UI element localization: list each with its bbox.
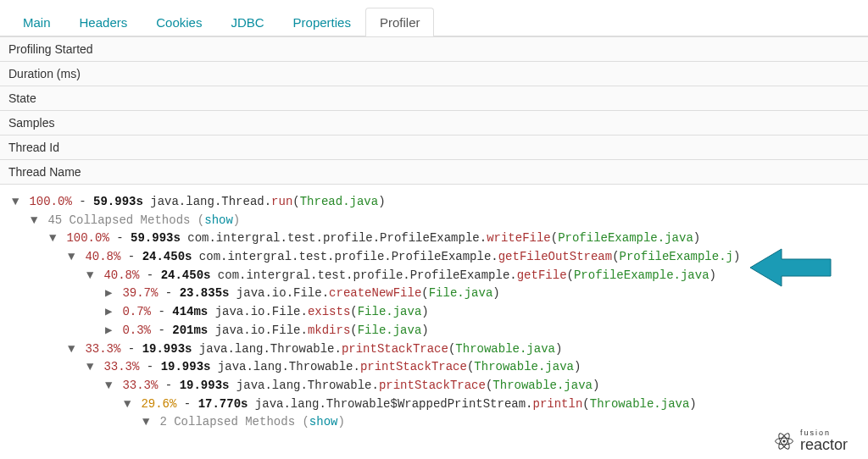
method-label: mkdirs xyxy=(308,324,350,337)
meta-label: State xyxy=(0,86,868,111)
method-label: getFileOutStream xyxy=(498,250,612,263)
tree-row[interactable]: ▶ 0.7% - 414ms java.io.File.exists(File.… xyxy=(105,303,863,322)
atom-icon xyxy=(773,430,795,452)
package-label: java.lang.Throwable. xyxy=(218,360,360,373)
chevron-down-icon[interactable]: ▼ xyxy=(105,377,115,395)
time-label: 17.770s xyxy=(198,397,248,411)
meta-row: Thread Id xyxy=(0,135,868,160)
file-label: Throwable.java xyxy=(492,379,593,392)
show-link[interactable]: show xyxy=(204,213,233,227)
tree-node: ▼ 33.3% - 19.993s java.lang.Throwable.pr… xyxy=(86,358,863,432)
meta-label: Thread Name xyxy=(0,160,868,185)
time-label: 414ms xyxy=(172,305,208,318)
tab-cookies[interactable]: Cookies xyxy=(142,8,216,36)
tree-node: ▼ 29.6% - 17.770s java.lang.Throwable$Wr… xyxy=(124,395,863,432)
meta-row: Profiling Started xyxy=(0,37,868,62)
tree-node: ▼ 40.8% - 24.450s com.intergral.test.pro… xyxy=(86,267,863,340)
tree-node: ▼ 33.3% - 19.993s java.lang.Throwable.pr… xyxy=(68,340,863,432)
tree-row[interactable]: ▼ 33.3% - 19.993s java.lang.Throwable.pr… xyxy=(86,358,863,377)
percent-label: 33.3% xyxy=(122,379,158,392)
file-label: ProfileExample.java xyxy=(558,231,693,245)
tree-node: ▶ 0.3% - 201ms java.io.File.mkdirs(File.… xyxy=(105,322,863,340)
tree-children: ▼ 40.8% - 24.450s com.intergral.test.pro… xyxy=(49,248,863,432)
collapsed-methods-label: 2 Collapsed Methods ( xyxy=(153,415,309,429)
chevron-down-icon[interactable]: ▼ xyxy=(12,193,22,212)
tree-row[interactable]: ▼ 100.0% - 59.993s com.intergral.test.pr… xyxy=(49,230,863,248)
tab-headers[interactable]: Headers xyxy=(65,8,142,36)
meta-label: Samples xyxy=(0,111,868,135)
time-label: 201ms xyxy=(172,324,208,337)
meta-label: Thread Id xyxy=(0,135,868,160)
percent-label: 0.7% xyxy=(122,305,151,318)
chevron-down-icon[interactable]: ▼ xyxy=(68,248,78,267)
tab-main[interactable]: Main xyxy=(8,8,65,36)
tree-node: ▼ 33.3% - 19.993s java.lang.Throwable.pr… xyxy=(105,377,863,432)
tree-row[interactable]: ▼ 40.8% - 24.450s com.intergral.test.pro… xyxy=(86,267,863,285)
tree-children: ▶ 39.7% - 23.835s java.io.File.createNew… xyxy=(86,285,863,340)
package-label: java.lang.Throwable$WrappedPrintStream. xyxy=(255,397,533,411)
package-label: com.intergral.test.profile.ProfileExampl… xyxy=(187,231,487,245)
meta-row: Duration (ms) xyxy=(0,62,868,86)
show-link[interactable]: show xyxy=(309,415,338,429)
time-label: 59.993s xyxy=(93,195,143,208)
tree-node: ▼ 100.0% - 59.993s com.intergral.test.pr… xyxy=(49,230,863,432)
method-label: createNewFile xyxy=(329,286,421,300)
tree-children: ▼ 33.3% - 19.993s java.lang.Throwable.pr… xyxy=(68,358,863,432)
time-label: 24.450s xyxy=(161,268,211,282)
tree-row[interactable]: ▼ 40.8% - 24.450s com.intergral.test.pro… xyxy=(68,248,863,267)
chevron-right-icon[interactable]: ▶ xyxy=(105,285,115,303)
tree-node: ▶ 0.7% - 414ms java.io.File.exists(File.… xyxy=(105,303,863,322)
method-label: printStackTrace xyxy=(379,379,486,392)
package-label: java.io.File. xyxy=(236,286,329,300)
tree-row[interactable]: ▶ 39.7% - 23.835s java.io.File.createNew… xyxy=(105,285,863,303)
time-label: 19.993s xyxy=(180,379,230,392)
tree-node: ▼ 2 Collapsed Methods (show) xyxy=(142,413,863,432)
chevron-down-icon[interactable]: ▼ xyxy=(31,212,41,230)
time-label: 19.993s xyxy=(142,342,192,356)
tab-jdbc[interactable]: JDBC xyxy=(216,8,278,36)
meta-label: Duration (ms) xyxy=(0,62,868,86)
collapsed-methods-label: 45 Collapsed Methods ( xyxy=(41,213,204,227)
chevron-down-icon[interactable]: ▼ xyxy=(142,413,153,432)
chevron-right-icon[interactable]: ▶ xyxy=(105,303,115,322)
file-label: ProfileExample.j xyxy=(620,250,733,263)
tree-node: ▶ 39.7% - 23.835s java.io.File.createNew… xyxy=(105,285,863,303)
tab-profiler[interactable]: Profiler xyxy=(365,8,435,36)
profiler-call-tree: ▼ 100.0% - 59.993s java.lang.Thread.run(… xyxy=(0,185,868,440)
tab-properties[interactable]: Properties xyxy=(279,8,365,36)
percent-label: 40.8% xyxy=(103,268,139,282)
package-label: java.lang.Throwable. xyxy=(236,379,379,392)
file-label: File.java xyxy=(358,305,422,318)
chevron-down-icon[interactable]: ▼ xyxy=(124,395,134,414)
tree-children: ▼ 100.0% - 59.993s com.intergral.test.pr… xyxy=(31,230,863,432)
method-label: printStackTrace xyxy=(360,360,467,373)
percent-label: 29.6% xyxy=(141,397,176,411)
chevron-down-icon[interactable]: ▼ xyxy=(49,230,59,248)
tree-row[interactable]: ▶ 0.3% - 201ms java.io.File.mkdirs(File.… xyxy=(105,322,863,340)
chevron-down-icon[interactable]: ▼ xyxy=(68,340,78,359)
meta-label: Profiling Started xyxy=(0,37,868,62)
percent-label: 33.3% xyxy=(103,360,139,373)
file-label: Throwable.java xyxy=(590,397,690,411)
tree-row[interactable]: ▼ 45 Collapsed Methods (show) xyxy=(31,212,863,230)
tab-bar: MainHeadersCookiesJDBCPropertiesProfiler xyxy=(0,0,868,36)
percent-label: 0.3% xyxy=(122,324,151,337)
file-label: Throwable.java xyxy=(455,342,555,356)
time-label: 24.450s xyxy=(142,250,192,263)
tree-row[interactable]: ▼ 2 Collapsed Methods (show) xyxy=(142,413,863,432)
tree-row[interactable]: ▼ 33.3% - 19.993s java.lang.Throwable.pr… xyxy=(68,340,863,359)
percent-label: 100.0% xyxy=(66,231,108,245)
chevron-down-icon[interactable]: ▼ xyxy=(86,358,97,377)
tree-row[interactable]: ▼ 29.6% - 17.770s java.lang.Throwable$Wr… xyxy=(124,395,863,414)
file-label: File.java xyxy=(358,324,422,337)
method-label: writeFile xyxy=(487,231,551,245)
method-label: exists xyxy=(308,305,350,318)
file-label: File.java xyxy=(429,286,493,300)
tree-row[interactable]: ▼ 33.3% - 19.993s java.lang.Throwable.pr… xyxy=(105,377,863,395)
time-label: 19.993s xyxy=(161,360,211,373)
chevron-down-icon[interactable]: ▼ xyxy=(86,267,97,285)
chevron-right-icon[interactable]: ▶ xyxy=(105,322,115,340)
tree-row[interactable]: ▼ 100.0% - 59.993s java.lang.Thread.run(… xyxy=(12,193,863,212)
tree-node: ▼ 45 Collapsed Methods (show)▼ 100.0% - … xyxy=(31,212,863,432)
method-label: getFile xyxy=(517,268,567,282)
